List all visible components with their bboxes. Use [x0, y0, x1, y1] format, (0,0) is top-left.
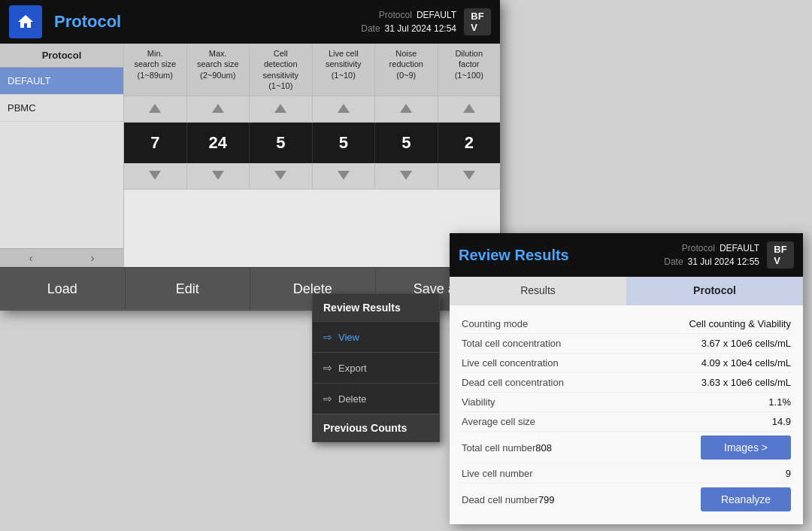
dead-number-value: 799 [538, 494, 701, 505]
live-number-label: Live cell number [462, 468, 533, 479]
value-dilution: 2 [438, 123, 501, 163]
review-results-header: Review Results [313, 294, 439, 321]
avg-size-value: 14.9 [772, 416, 791, 427]
results-bf-badge: BFV [767, 241, 794, 269]
result-row-viability: Viability 1.1% [462, 393, 791, 412]
result-row-live-number: Live cell number 9 [462, 464, 791, 484]
results-date-value: 31 Jul 2024 12:55 [688, 255, 759, 269]
total-concentration-value: 3.67 x 10e6 cells/mL [701, 338, 791, 349]
arrow-up-min[interactable] [124, 96, 187, 122]
up-arrows-row [124, 96, 500, 123]
review-dropdown: Review Results ⇨ View ⇨ Export ⇨ Delete … [312, 293, 440, 442]
live-concentration-label: Live cell concentration [462, 357, 559, 369]
results-date-label: Date [664, 255, 683, 269]
arrow-down-live[interactable] [313, 163, 376, 189]
results-tabs: Results Protocol [450, 277, 803, 305]
protocol-meta-value: DEFAULT [417, 8, 456, 22]
result-row-dead-concentration: Dead cell concentration 3.63 x 10e6 cell… [462, 373, 791, 393]
total-number-label: Total cell number [462, 442, 535, 454]
protocol-table-area: Protocol DEFAULT PBMC ‹ › Min.search siz… [0, 44, 500, 267]
value-detect: 5 [250, 123, 313, 163]
export-icon: ⇨ [323, 362, 332, 374]
result-row-dead-number: Dead cell number 799 Reanalyze [462, 484, 791, 515]
protocol-item-default[interactable]: DEFAULT [0, 68, 123, 95]
col-header-live-cell: Live cellsensitivity(1~10) [313, 44, 376, 96]
tab-protocol[interactable]: Protocol [626, 277, 803, 305]
review-export-item[interactable]: ⇨ Export [313, 352, 439, 383]
tab-results[interactable]: Results [450, 277, 626, 305]
reanalyze-button[interactable]: Reanalyze [701, 487, 791, 511]
bf-badge: BFV [464, 8, 491, 35]
total-number-value: 808 [535, 442, 701, 454]
results-panel: Review Results Protocol DEFAULT Date 31 … [450, 233, 803, 524]
results-protocol-label: Protocol [682, 241, 715, 255]
protocol-panel-meta: Protocol DEFAULT Date 31 Jul 2024 12:54 [361, 8, 456, 35]
list-nav-left[interactable]: ‹ [0, 249, 62, 267]
col-header-noise: Noisereduction(0~9) [375, 44, 438, 96]
col-headers-row: Min.search size(1~89um) Max.search size(… [124, 44, 500, 96]
home-button[interactable] [9, 5, 42, 38]
dead-concentration-label: Dead cell concentration [462, 377, 564, 388]
previous-counts-footer[interactable]: Previous Counts [313, 414, 439, 441]
load-button[interactable]: Load [0, 268, 126, 311]
arrow-up-max[interactable] [187, 96, 250, 122]
value-min: 7 [124, 123, 187, 163]
protocol-meta-label: Protocol [379, 8, 412, 22]
protocol-panel: Protocol Protocol DEFAULT Date 31 Jul 20… [0, 0, 500, 311]
protocol-item-pbmc[interactable]: PBMC [0, 95, 123, 122]
edit-button[interactable]: Edit [126, 268, 251, 311]
dead-number-label: Dead cell number [462, 494, 538, 505]
col-header-min-search: Min.search size(1~89um) [124, 44, 187, 96]
results-body: Counting mode Cell counting & Viability … [450, 305, 803, 524]
arrow-up-dilution[interactable] [438, 96, 501, 122]
live-number-value: 9 [786, 468, 791, 479]
value-max: 24 [187, 123, 250, 163]
viability-label: Viability [462, 396, 495, 408]
results-panel-meta: Protocol DEFAULT Date 31 Jul 2024 12:55 [664, 241, 759, 269]
delete-icon: ⇨ [323, 393, 332, 405]
arrow-up-live[interactable] [313, 96, 376, 122]
results-panel-title: Review Results [459, 247, 664, 264]
arrow-down-detect[interactable] [250, 163, 313, 189]
export-label: Export [338, 363, 367, 374]
col-header-max-search: Max.search size(2~90um) [187, 44, 250, 96]
counting-mode-label: Counting mode [462, 318, 528, 329]
arrow-up-noise[interactable] [375, 96, 438, 122]
viability-value: 1.1% [768, 396, 791, 408]
list-scroll-area: DEFAULT PBMC [0, 68, 123, 248]
arrow-down-noise[interactable] [375, 163, 438, 189]
arrow-up-detect[interactable] [250, 96, 313, 122]
values-row: 7 24 5 5 5 2 [124, 123, 500, 163]
down-arrows-row [124, 163, 500, 190]
result-row-live-concentration: Live cell concentration 4.09 x 10e4 cell… [462, 353, 791, 373]
review-delete-item[interactable]: ⇨ Delete [313, 383, 439, 414]
protocol-header: Protocol Protocol DEFAULT Date 31 Jul 20… [0, 0, 500, 44]
protocol-list: Protocol DEFAULT PBMC ‹ › [0, 44, 124, 267]
protocol-panel-title: Protocol [54, 12, 361, 32]
arrow-down-max[interactable] [187, 163, 250, 189]
counting-mode-value: Cell counting & Viability [689, 318, 791, 329]
review-view-item[interactable]: ⇨ View [313, 321, 439, 352]
images-button[interactable]: Images > [701, 435, 791, 460]
result-row-avg-size: Average cell size 14.9 [462, 412, 791, 432]
live-concentration-value: 4.09 x 10e4 cells/mL [701, 357, 791, 369]
arrow-down-dilution[interactable] [438, 163, 501, 189]
settings-columns: Min.search size(1~89um) Max.search size(… [124, 44, 500, 267]
view-label: View [338, 332, 359, 343]
home-icon [17, 13, 35, 31]
list-nav-right[interactable]: › [62, 249, 123, 267]
protocol-list-header: Protocol [0, 44, 123, 68]
arrow-down-min[interactable] [124, 163, 187, 189]
avg-size-label: Average cell size [462, 416, 535, 427]
results-protocol-value: DEFAULT [720, 241, 759, 255]
delete-label: Delete [338, 393, 367, 405]
result-row-counting-mode: Counting mode Cell counting & Viability [462, 314, 791, 334]
date-meta-value: 31 Jul 2024 12:54 [385, 22, 456, 35]
results-header: Review Results Protocol DEFAULT Date 31 … [450, 233, 803, 277]
total-concentration-label: Total cell concentration [462, 338, 561, 349]
col-header-dilution: Dilutionfactor(1~100) [438, 44, 501, 96]
value-noise: 5 [375, 123, 438, 163]
dead-concentration-value: 3.63 x 10e6 cells/mL [701, 377, 791, 388]
view-icon: ⇨ [323, 331, 332, 343]
value-live: 5 [313, 123, 376, 163]
